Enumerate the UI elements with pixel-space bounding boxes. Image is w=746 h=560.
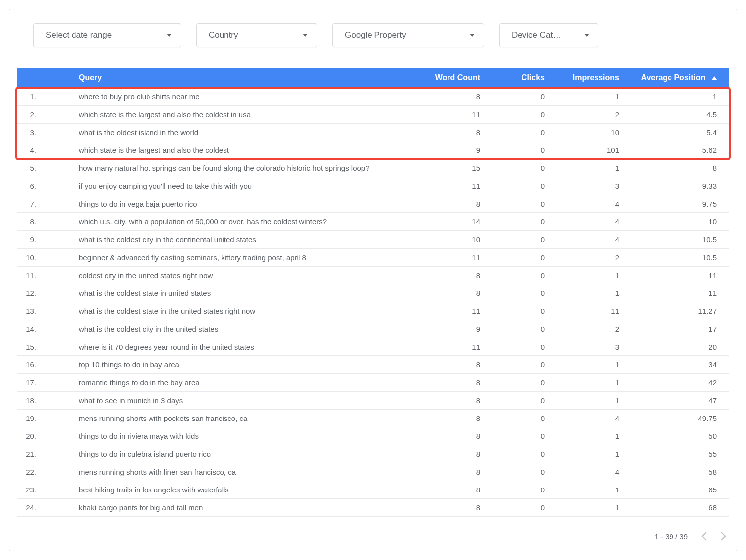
row-number: 11. xyxy=(17,271,61,280)
cell-query: what is the coldest state in the united … xyxy=(61,307,396,315)
table-row[interactable]: 11.coldest city in the united states rig… xyxy=(17,267,729,284)
cell-word-count: 11 xyxy=(396,253,480,262)
cell-word-count: 8 xyxy=(396,450,480,458)
cell-query: romantic things to do in the bay area xyxy=(61,378,396,387)
table-row[interactable]: 21.things to do in culebra island puerto… xyxy=(17,445,729,463)
cell-word-count: 15 xyxy=(396,164,480,172)
prev-page-button[interactable] xyxy=(702,532,710,541)
cell-query: things to do in culebra island puerto ri… xyxy=(61,450,396,458)
cell-impressions: 3 xyxy=(545,343,619,351)
cell-word-count: 11 xyxy=(396,343,480,351)
table-row[interactable]: 4.which state is the largest and also th… xyxy=(17,141,729,159)
cell-avg-position: 10.5 xyxy=(619,235,729,244)
table-row[interactable]: 9.what is the coldest city in the contin… xyxy=(17,231,729,249)
cell-word-count: 8 xyxy=(396,128,480,137)
cell-impressions: 10 xyxy=(545,128,619,137)
cell-word-count: 8 xyxy=(396,378,480,387)
cell-clicks: 0 xyxy=(480,486,545,494)
cell-query: best hiking trails in los angeles with w… xyxy=(61,486,396,494)
col-header-word-count[interactable]: Word Count xyxy=(396,73,480,82)
cell-clicks: 0 xyxy=(480,307,545,315)
caret-down-icon xyxy=(584,34,589,37)
row-number: 2. xyxy=(17,110,61,119)
cell-impressions: 4 xyxy=(545,235,619,244)
country-label: Country xyxy=(209,30,238,40)
cell-clicks: 0 xyxy=(480,450,545,458)
cell-avg-position: 17 xyxy=(619,325,729,333)
cell-impressions: 2 xyxy=(545,110,619,119)
row-number: 24. xyxy=(17,503,61,512)
cell-impressions: 4 xyxy=(545,217,619,226)
table-row[interactable]: 2.which state is the largest and also th… xyxy=(17,106,729,124)
table-row[interactable]: 7.things to do in vega baja puerto rico8… xyxy=(17,195,729,213)
cell-impressions: 2 xyxy=(545,325,619,333)
table-row[interactable]: 3.what is the oldest island in the world… xyxy=(17,124,729,141)
cell-query: what to see in munich in 3 days xyxy=(61,396,396,405)
cell-avg-position: 11.27 xyxy=(619,307,729,315)
row-number: 4. xyxy=(17,146,61,154)
table-row[interactable]: 20.things to do in riviera maya with kid… xyxy=(17,427,729,445)
date-range-dropdown[interactable]: Select date range xyxy=(33,23,181,47)
cell-avg-position: 50 xyxy=(619,432,729,440)
table-row[interactable]: 6.if you enjoy camping you'll need to ta… xyxy=(17,177,729,195)
cell-word-count: 8 xyxy=(396,503,480,512)
cell-avg-position: 1 xyxy=(619,92,729,101)
col-header-avg-position[interactable]: Average Position xyxy=(619,73,729,82)
row-number: 1. xyxy=(17,92,61,101)
cell-word-count: 9 xyxy=(396,146,480,154)
pager-range: 1 - 39 / 39 xyxy=(654,532,688,541)
cell-word-count: 11 xyxy=(396,110,480,119)
cell-avg-position: 49.75 xyxy=(619,414,729,422)
caret-down-icon xyxy=(303,34,308,37)
next-page-button[interactable] xyxy=(718,532,726,541)
cell-avg-position: 10 xyxy=(619,217,729,226)
pager: 1 - 39 / 39 xyxy=(624,526,725,547)
table-row[interactable]: 10.beginner & advanced fly casting semin… xyxy=(17,249,729,267)
table-body[interactable]: 1.where to buy pro club shirts near me80… xyxy=(17,88,729,517)
device-label: Device Cat… xyxy=(512,30,561,40)
cell-word-count: 10 xyxy=(396,235,480,244)
table-row[interactable]: 19.mens running shorts with pockets san … xyxy=(17,410,729,427)
cell-word-count: 8 xyxy=(396,432,480,440)
table-row[interactable]: 17.romantic things to do in the bay area… xyxy=(17,374,729,392)
col-header-impressions[interactable]: Impressions xyxy=(545,73,619,82)
cell-clicks: 0 xyxy=(480,414,545,422)
row-number: 8. xyxy=(17,217,61,226)
cell-query: what is the coldest city in the united s… xyxy=(61,325,396,333)
property-dropdown[interactable]: Google Property xyxy=(332,23,484,47)
row-number: 12. xyxy=(17,289,61,297)
table-row[interactable]: 18.what to see in munich in 3 days80147 xyxy=(17,392,729,410)
table-row[interactable]: 13.what is the coldest state in the unit… xyxy=(17,302,729,320)
table-row[interactable]: 8.which u.s. city, with a population of … xyxy=(17,213,729,231)
table-row[interactable]: 1.where to buy pro club shirts near me80… xyxy=(17,88,729,106)
table-row[interactable]: 16.top 10 things to do in bay area80134 xyxy=(17,356,729,374)
cell-avg-position: 11 xyxy=(619,289,729,297)
cell-clicks: 0 xyxy=(480,325,545,333)
cell-query: what is the oldest island in the world xyxy=(61,128,396,137)
device-dropdown[interactable]: Device Cat… xyxy=(499,23,598,47)
row-number: 14. xyxy=(17,325,61,333)
cell-avg-position: 58 xyxy=(619,468,729,476)
table-row[interactable]: 12.what is the coldest state in united s… xyxy=(17,284,729,302)
table-row[interactable]: 14.what is the coldest city in the unite… xyxy=(17,320,729,338)
table-row[interactable]: 5.how many natural hot springs can be fo… xyxy=(17,159,729,177)
caret-down-icon xyxy=(470,34,475,37)
col-header-clicks[interactable]: Clicks xyxy=(480,73,545,82)
col-header-query[interactable]: Query xyxy=(61,73,396,82)
cell-word-count: 11 xyxy=(396,182,480,190)
cell-query: where to buy pro club shirts near me xyxy=(61,92,396,101)
cell-avg-position: 34 xyxy=(619,360,729,369)
cell-query: what is the coldest state in united stat… xyxy=(61,289,396,297)
country-dropdown[interactable]: Country xyxy=(196,23,317,47)
cell-query: coldest city in the united states right … xyxy=(61,271,396,280)
cell-clicks: 0 xyxy=(480,253,545,262)
caret-down-icon xyxy=(167,34,172,37)
table-row[interactable]: 23.best hiking trails in los angeles wit… xyxy=(17,481,729,499)
table-row[interactable]: 15.where is it 70 degrees year round in … xyxy=(17,338,729,356)
cell-impressions: 1 xyxy=(545,360,619,369)
cell-avg-position: 5.62 xyxy=(619,146,729,154)
cell-impressions: 1 xyxy=(545,486,619,494)
table-row[interactable]: 22.mens running shorts with liner san fr… xyxy=(17,463,729,481)
row-number: 21. xyxy=(17,450,61,458)
table-row[interactable]: 24.khaki cargo pants for big and tall me… xyxy=(17,499,729,517)
